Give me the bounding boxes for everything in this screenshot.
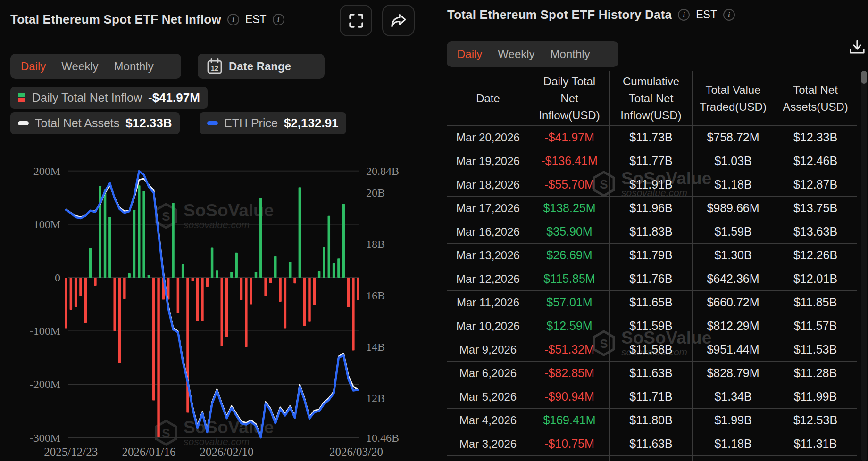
info-icon[interactable]: i bbox=[273, 14, 284, 25]
value-cell: $169.41M bbox=[529, 409, 609, 432]
left-axis-tick: 100M bbox=[33, 218, 60, 230]
info-icon[interactable]: i bbox=[723, 9, 735, 21]
history-data-panel: Total Ethereum Spot ETF History Data i E… bbox=[435, 0, 868, 461]
scrollbar-thumb[interactable] bbox=[861, 71, 867, 84]
date-cell: Mar 11,2026 bbox=[447, 291, 529, 314]
date-cell: Mar 20,2026 bbox=[447, 126, 529, 149]
value-cell: $11.53B bbox=[774, 338, 857, 361]
svg-text:12: 12 bbox=[211, 65, 218, 72]
info-icon[interactable]: i bbox=[678, 9, 690, 21]
tab-weekly[interactable]: Weekly bbox=[61, 60, 98, 73]
value-cell: $1.18B bbox=[692, 173, 774, 196]
left-axis-tick: -300M bbox=[30, 432, 60, 444]
value-cell: $1.59B bbox=[692, 220, 774, 243]
value-cell: $11.58B bbox=[609, 338, 692, 361]
value-cell: $11.91B bbox=[609, 173, 692, 196]
table-row: Mar 2,2026$30.21M$11.70B$1.41B$11.42B bbox=[447, 456, 857, 461]
value-cell: -$10.75M bbox=[529, 432, 609, 455]
value-cell: $12.01B bbox=[774, 267, 857, 290]
tab-daily[interactable]: Daily bbox=[457, 48, 482, 61]
value-cell: $828.79M bbox=[692, 362, 774, 385]
fullscreen-button[interactable] bbox=[340, 5, 372, 36]
value-cell: $11.73B bbox=[609, 126, 692, 149]
download-button[interactable] bbox=[848, 38, 867, 57]
value-cell: $11.70B bbox=[609, 456, 692, 461]
tab-monthly[interactable]: Monthly bbox=[114, 60, 154, 73]
column-header: Total Net Assets(USD) bbox=[774, 71, 857, 125]
value-cell: $11.65B bbox=[609, 291, 692, 314]
value-cell: -$90.94M bbox=[529, 385, 609, 408]
x-axis-tick: 2026/01/16 bbox=[122, 445, 175, 458]
value-cell: $812.29M bbox=[692, 314, 774, 338]
table-row: Mar 9,2026-$51.32M$11.58B$951.44M$11.53B bbox=[447, 338, 857, 362]
share-icon bbox=[391, 14, 406, 28]
value-cell: $11.79B bbox=[609, 244, 692, 267]
table-title: Total Ethereum Spot ETF History Data bbox=[447, 8, 672, 22]
value-cell: $1.41B bbox=[692, 456, 774, 461]
value-cell: $660.72M bbox=[692, 291, 774, 314]
column-header: Total Value Traded(USD) bbox=[692, 71, 774, 125]
x-axis-tick: 2025/12/23 bbox=[44, 445, 98, 458]
legend-daily-net-inflow[interactable]: Daily Total Net Inflow -$41.97M bbox=[10, 87, 208, 109]
page-title: Total Ethereum Spot ETF Net Inflow bbox=[10, 12, 221, 27]
date-cell: Mar 12,2026 bbox=[447, 267, 529, 290]
date-cell: Mar 9,2026 bbox=[447, 338, 529, 361]
value-cell: $11.31B bbox=[774, 432, 857, 455]
table-row: Mar 12,2026$115.85M$11.76B$642.36M$12.01… bbox=[447, 267, 857, 291]
value-cell: $35.90M bbox=[529, 220, 609, 243]
date-cell: Mar 4,2026 bbox=[447, 409, 529, 432]
value-cell: $11.59B bbox=[609, 314, 692, 338]
left-axis-tick: 200M bbox=[33, 165, 60, 177]
legend-eth-price[interactable]: ETH Price $2,132.91 bbox=[200, 112, 346, 134]
download-icon bbox=[849, 39, 865, 55]
legend-label: ETH Price bbox=[224, 116, 278, 130]
legend-total-net-assets[interactable]: Total Net Assets $12.33B bbox=[10, 112, 180, 134]
date-cell: Mar 2,2026 bbox=[447, 456, 529, 461]
value-cell: $11.80B bbox=[609, 409, 692, 432]
value-cell: $57.01M bbox=[529, 291, 609, 314]
value-cell: $1.99B bbox=[692, 409, 774, 432]
legend-label: Total Net Assets bbox=[35, 116, 119, 130]
value-cell: $1.30B bbox=[692, 244, 774, 267]
value-cell: $989.66M bbox=[692, 197, 774, 220]
table-row: Mar 6,2026-$82.85M$11.63B$828.79M$11.28B bbox=[447, 362, 857, 385]
value-cell: $13.75B bbox=[774, 197, 857, 220]
info-icon[interactable]: i bbox=[227, 14, 239, 25]
table-row: Mar 3,2026-$10.75M$11.63B$1.18B$11.31B bbox=[447, 432, 857, 456]
value-cell: $11.71B bbox=[609, 385, 692, 408]
table-row: Mar 10,2026$12.59M$11.59B$812.29M$11.57B bbox=[447, 314, 857, 338]
value-cell: $1.34B bbox=[692, 385, 774, 408]
value-cell: $1.03B bbox=[692, 149, 774, 173]
daily-net-inflow-bars bbox=[65, 185, 359, 437]
value-cell: $951.44M bbox=[692, 338, 774, 361]
legend-value: $12.33B bbox=[125, 116, 172, 131]
date-cell: Mar 10,2026 bbox=[447, 314, 529, 338]
fullscreen-icon bbox=[349, 14, 363, 28]
share-button[interactable] bbox=[382, 5, 415, 36]
tab-daily[interactable]: Daily bbox=[21, 60, 46, 73]
right-axis-tick: 18B bbox=[366, 238, 385, 250]
est-label: EST bbox=[696, 8, 717, 21]
value-cell: $1.18B bbox=[692, 432, 774, 455]
bar-series-icon bbox=[18, 93, 26, 103]
table-row: Mar 4,2026$169.41M$11.80B$1.99B$12.53B bbox=[447, 409, 857, 432]
value-cell: $30.21M bbox=[529, 456, 609, 461]
tab-weekly[interactable]: Weekly bbox=[498, 48, 534, 61]
date-range-button[interactable]: 12 Date Range bbox=[198, 54, 325, 79]
legend-label: Daily Total Net Inflow bbox=[32, 91, 142, 105]
value-cell: $13.63B bbox=[774, 220, 857, 243]
tab-monthly[interactable]: Monthly bbox=[551, 48, 590, 61]
date-cell: Mar 19,2026 bbox=[447, 149, 529, 173]
right-axis-tick: 20B bbox=[366, 187, 385, 199]
date-cell: Mar 16,2026 bbox=[447, 220, 529, 243]
value-cell: $11.57B bbox=[774, 314, 857, 338]
value-cell: $12.33B bbox=[774, 126, 857, 149]
left-axis-tick: -200M bbox=[30, 378, 60, 390]
date-cell: Mar 18,2026 bbox=[447, 173, 529, 196]
date-cell: Mar 17,2026 bbox=[447, 197, 529, 220]
scrollbar bbox=[861, 71, 867, 461]
table-row: Mar 13,2026$26.69M$11.79B$1.30B$12.26B bbox=[447, 244, 857, 267]
value-cell: $11.99B bbox=[774, 385, 857, 408]
column-header: Cumulative Total Net Inflow(USD) bbox=[609, 71, 692, 125]
value-cell: $138.25M bbox=[529, 197, 609, 220]
